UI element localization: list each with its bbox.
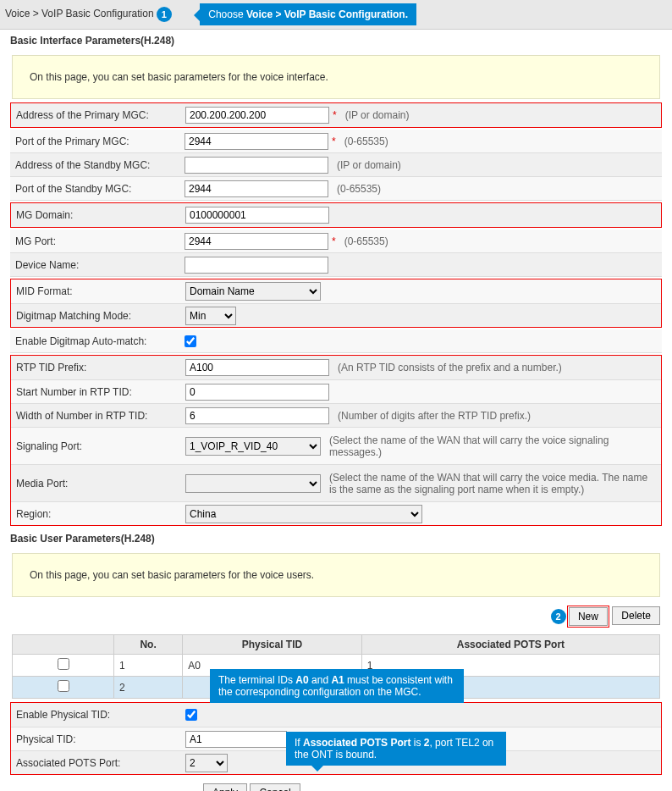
label-phys-tid: Physical TID: [16,733,185,745]
input-width-num[interactable] [185,407,329,424]
input-standby-addr[interactable] [185,157,328,174]
label-digitmap-mode: Digitmap Matching Mode: [16,310,185,322]
callout-pots-port: If Associated POTS Port is 2, port TEL2 … [286,732,506,766]
label-rtp-prefix: RTP TID Prefix: [16,362,185,373]
hint-primary-port: (0-65535) [344,136,388,147]
label-enable-tid: Enable Physical TID: [16,709,185,721]
breadcrumb: Voice > VoIP Basic Configuration 1 Choos… [0,0,672,30]
select-digitmap-mode[interactable]: Min [185,307,236,325]
input-primary-addr[interactable] [185,107,329,124]
delete-button[interactable]: Delete [612,606,660,625]
label-media-port: Media Port: [16,478,185,490]
hint-sig-port: (Select the name of the WAN that will ca… [329,434,656,458]
th-tid: Physical TID [183,635,362,655]
cancel-button[interactable]: Cancel [250,783,300,791]
row-checkbox[interactable] [58,680,69,692]
checkbox-enable-tid[interactable] [185,709,197,721]
select-sig-port[interactable]: 1_VOIP_R_VID_40 [185,437,321,456]
checkbox-auto-match[interactable] [185,335,196,347]
input-primary-port[interactable] [185,133,328,150]
label-assoc-pots: Associated POTS Port: [16,757,185,769]
step-badge-1: 1 [157,7,172,22]
breadcrumb-text: Voice > VoIP Basic Configuration [5,8,154,19]
label-device-name: Device Name: [15,259,185,271]
label-primary-addr: Address of the Primary MGC: [16,109,185,121]
label-primary-port: Port of the Primary MGC: [15,136,185,147]
callout-step-1: Choose Voice > VoIP Basic Configuration. [200,3,416,25]
label-mg-port: MG Port: [15,235,185,247]
select-region[interactable]: China [185,505,422,523]
callout-terminal-ids: The terminal IDs A0 and A1 must be consi… [210,669,464,703]
label-width-num: Width of Number in RTP TID: [16,410,185,422]
label-mg-domain: MG Domain: [16,209,185,221]
input-mg-domain[interactable] [185,207,329,224]
input-standby-port[interactable] [185,180,328,197]
label-auto-match: Enable Digitmap Auto-match: [15,335,185,347]
label-sig-port: Signaling Port: [16,440,185,452]
hint-standby-addr: (IP or domain) [337,159,401,171]
step-badge-2: 2 [551,609,566,624]
hint-mg-port: (0-65535) [344,235,388,247]
hint-width-num: (Number of digits after the RTP TID pref… [338,410,531,422]
hint-primary-addr: (IP or domain) [345,109,410,121]
label-standby-addr: Address of the Standby MGC: [15,159,185,171]
row-checkbox[interactable] [58,658,69,670]
hint-standby-port: (0-65535) [337,183,381,195]
label-standby-port: Port of the Standby MGC: [15,183,185,195]
info-interface: On this page, you can set basic paramete… [12,55,660,99]
hint-media-port: (Select the name of the WAN that will ca… [329,472,656,495]
label-region: Region: [16,508,185,520]
select-assoc-pots[interactable]: 2 [185,754,228,772]
new-button[interactable]: New [569,607,608,626]
th-no: No. [114,635,183,655]
input-device-name[interactable] [185,257,328,274]
apply-button[interactable]: Apply [203,783,247,791]
input-start-num[interactable] [185,384,329,401]
hint-rtp-prefix: (An RTP TID consists of the prefix and a… [338,362,562,373]
input-mg-port[interactable] [185,233,328,250]
input-phys-tid[interactable] [185,731,287,748]
label-mid-format: MID Format: [16,285,185,297]
info-user: On this page, you can set basic paramete… [12,553,660,597]
input-rtp-prefix[interactable] [185,359,329,376]
label-start-num: Start Number in RTP TID: [16,386,185,398]
th-pots: Associated POTS Port [361,635,659,655]
select-media-port[interactable] [185,474,321,493]
section-title-user: Basic User Parameters(H.248) [0,528,672,550]
th-check [13,635,114,655]
section-title-interface: Basic Interface Parameters(H.248) [0,30,672,52]
select-mid-format[interactable]: Domain Name [185,282,321,301]
